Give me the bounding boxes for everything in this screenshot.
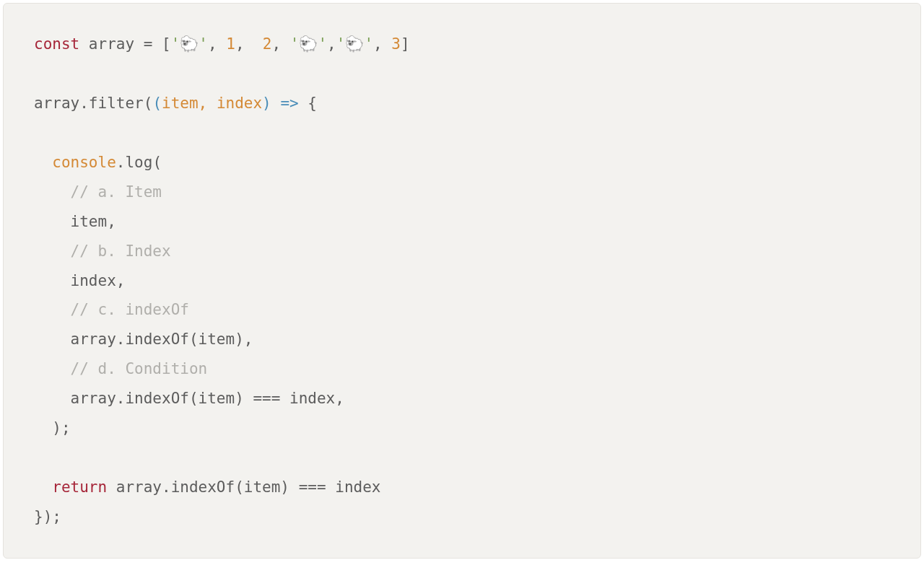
code-line: );	[34, 419, 71, 437]
code-block: const array = ['🐑', 1, 2, '🐑','🐑', 3] ar…	[3, 3, 921, 559]
code-token: 2	[263, 35, 272, 53]
code-token: item, index	[162, 95, 262, 112]
code-token: index,	[34, 272, 125, 289]
code-token: return	[52, 478, 107, 496]
code-line: // a. Item	[34, 183, 162, 201]
code-token: array.indexOf(item) === index	[107, 478, 380, 496]
code-token: (	[152, 95, 162, 112]
code-token: // d. Condition	[71, 360, 208, 377]
code-line: array.indexOf(item),	[34, 331, 253, 348]
code-line: // c. indexOf	[34, 301, 189, 318]
code-token: {	[299, 95, 317, 112]
code-line: array.indexOf(item) === index,	[34, 390, 344, 407]
code-content: const array = ['🐑', 1, 2, '🐑','🐑', 3] ar…	[34, 35, 410, 525]
code-token: // b. Index	[71, 242, 171, 260]
code-token: ,	[208, 35, 226, 53]
code-token: )	[262, 95, 271, 112]
code-token: ,	[235, 35, 263, 53]
code-token: console	[52, 154, 116, 171]
code-token: .log(	[116, 154, 162, 171]
code-token: array.indexOf(item),	[34, 331, 253, 348]
code-line: const array = ['🐑', 1, 2, '🐑','🐑', 3]	[34, 35, 410, 53]
code-token: 1	[226, 35, 235, 53]
code-line: console.log(	[34, 154, 162, 171]
code-token: '🐑'	[171, 35, 208, 53]
code-token: array = [	[79, 35, 170, 53]
code-token: // a. Item	[71, 183, 162, 201]
code-token: ,	[272, 35, 290, 53]
code-token: ,	[373, 35, 391, 53]
code-token: =>	[280, 95, 298, 112]
code-token	[34, 154, 52, 171]
code-token: ,	[327, 35, 336, 53]
code-line: return array.indexOf(item) === index	[34, 478, 380, 496]
code-line: // b. Index	[34, 242, 171, 260]
code-token: item,	[34, 213, 116, 230]
code-token	[34, 183, 71, 201]
code-line: });	[34, 508, 61, 525]
code-token: // c. indexOf	[71, 301, 189, 318]
code-line: array.filter((item, index) => {	[34, 95, 317, 112]
code-token: );	[34, 419, 71, 437]
code-line: item,	[34, 213, 116, 230]
code-token: '🐑'	[290, 35, 327, 53]
code-token	[34, 301, 71, 318]
code-token: });	[34, 508, 61, 525]
code-token: 3	[391, 35, 401, 53]
code-token: '🐑'	[336, 35, 373, 53]
code-line: index,	[34, 272, 125, 289]
code-token: array.filter(	[34, 95, 152, 112]
code-token: ]	[401, 35, 410, 53]
code-token	[34, 242, 71, 260]
code-token: array.indexOf(item) === index,	[34, 390, 344, 407]
code-line: // d. Condition	[34, 360, 207, 377]
code-token: const	[34, 35, 79, 53]
code-token	[34, 478, 52, 496]
code-token	[271, 95, 281, 112]
code-token	[34, 360, 71, 377]
